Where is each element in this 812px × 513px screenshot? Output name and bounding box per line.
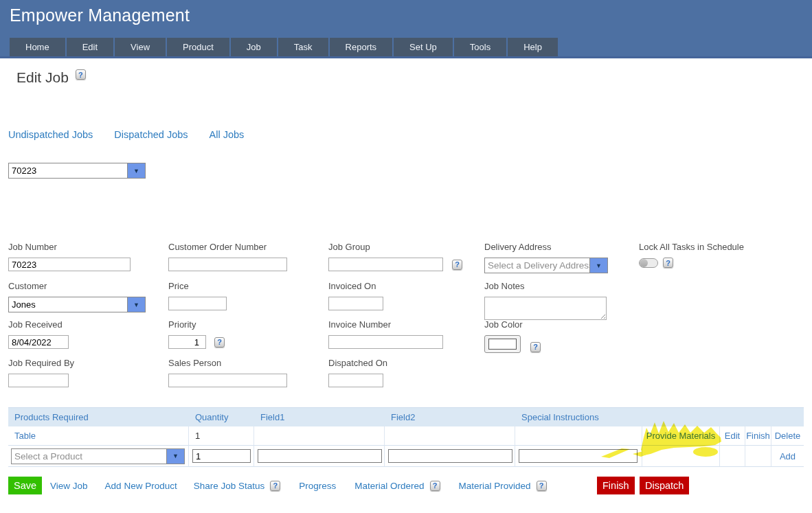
nav-item-help[interactable]: Help [508, 38, 558, 56]
job-received-field[interactable] [8, 335, 69, 349]
customer-label: Customer [8, 281, 146, 291]
new-product-row: Select a Product ▼ [8, 446, 804, 467]
job-tabs: Undispatched Jobs Dispatched Jobs All Jo… [8, 129, 244, 140]
nav-item-tools[interactable]: Tools [454, 38, 506, 56]
nav-item-edit[interactable]: Edit [67, 38, 113, 56]
help-icon[interactable]: ? [530, 342, 541, 352]
job-group-field[interactable] [328, 258, 443, 271]
finish-button[interactable]: Finish [597, 477, 635, 494]
material-provided-link[interactable]: Material Provided [459, 481, 531, 491]
help-icon[interactable]: ? [452, 260, 462, 270]
resize-grip-icon[interactable] [599, 312, 605, 319]
provide-materials-link[interactable]: Provide Materials [646, 431, 715, 441]
finish-link[interactable]: Finish [746, 431, 770, 441]
priority-label: Priority [168, 319, 225, 330]
material-ordered-link[interactable]: Material Ordered [354, 481, 424, 491]
delivery-address-placeholder: Select a Delivery Address [485, 258, 589, 273]
products-table-header: Products Required Quantity Field1 Field2… [8, 407, 804, 426]
customer-order-number-field[interactable] [168, 258, 287, 271]
lock-all-tasks-toggle[interactable] [639, 258, 658, 268]
nav-item-view[interactable]: View [115, 38, 166, 56]
new-quantity-field[interactable] [192, 449, 251, 463]
nav-item-product[interactable]: Product [167, 38, 229, 56]
nav-item-setup[interactable]: Set Up [394, 38, 453, 56]
column-header-products-required: Products Required [8, 408, 189, 426]
column-header-special-instructions: Special Instructions [515, 408, 642, 426]
new-field1-field[interactable] [258, 449, 382, 463]
job-notes-field[interactable] [484, 297, 607, 320]
tab-undispatched-jobs[interactable]: Undispatched Jobs [8, 129, 93, 140]
nav-item-reports[interactable]: Reports [330, 38, 393, 56]
view-job-link[interactable]: View Job [50, 481, 88, 491]
job-color-label: Job Color [484, 319, 541, 330]
help-icon[interactable]: ? [663, 258, 673, 268]
delete-link[interactable]: Delete [775, 431, 801, 441]
column-header-quantity: Quantity [189, 408, 254, 426]
job-select-value: 70223 [9, 163, 127, 178]
dispatch-button[interactable]: Dispatch [640, 477, 689, 494]
sales-person-field[interactable] [168, 374, 287, 387]
tab-all-jobs[interactable]: All Jobs [210, 129, 245, 140]
job-required-by-field[interactable] [8, 374, 69, 387]
edit-job-page: Empower Management Home Edit View Produc… [0, 0, 812, 513]
sales-person-label: Sales Person [168, 358, 287, 368]
chevron-down-icon[interactable]: ▼ [166, 449, 184, 464]
products-table: Products Required Quantity Field1 Field2… [8, 407, 804, 467]
chevron-down-icon[interactable]: ▼ [589, 258, 607, 273]
job-group-label: Job Group [328, 242, 462, 252]
nav-item-task[interactable]: Task [278, 38, 328, 56]
save-button[interactable]: Save [8, 477, 42, 494]
delivery-address-label: Delivery Address [484, 242, 608, 252]
add-link[interactable]: Add [780, 451, 796, 461]
job-received-label: Job Received [8, 319, 69, 330]
invoice-number-label: Invoice Number [328, 319, 443, 330]
priority-field[interactable] [168, 335, 206, 349]
field2-value [385, 426, 515, 446]
price-field[interactable] [168, 297, 227, 310]
add-new-product-link[interactable]: Add New Product [105, 481, 177, 491]
job-select[interactable]: 70223 ▼ [8, 163, 146, 179]
product-select-placeholder: Select a Product [12, 449, 166, 464]
job-color-picker[interactable] [484, 335, 521, 353]
lock-all-tasks-label: Lock All Tasks in Schedule [639, 242, 744, 252]
provide-materials-cell: Provide Materials [642, 426, 720, 446]
help-icon[interactable]: ? [537, 481, 547, 491]
dispatched-on-field[interactable] [328, 374, 383, 387]
column-header-edit [720, 408, 745, 426]
column-header-field2: Field2 [385, 408, 515, 426]
invoiced-on-field[interactable] [328, 297, 383, 310]
special-instructions-value [515, 426, 642, 446]
dispatched-on-label: Dispatched On [328, 358, 387, 368]
new-special-instructions-field[interactable] [519, 449, 638, 463]
product-select[interactable]: Select a Product ▼ [11, 448, 185, 464]
chevron-down-icon[interactable]: ▼ [127, 163, 145, 178]
new-field2-field[interactable] [388, 449, 512, 463]
field1-value [254, 426, 385, 446]
table-row: Table 1 Provide Materials Edit Finish D [8, 426, 804, 446]
job-required-by-label: Job Required By [8, 358, 74, 368]
edit-link[interactable]: Edit [725, 431, 740, 441]
tab-dispatched-jobs[interactable]: Dispatched Jobs [114, 129, 188, 140]
column-header-finish [745, 408, 771, 426]
help-icon[interactable]: ? [430, 481, 440, 491]
share-job-status-link[interactable]: Share Job Status [194, 481, 265, 491]
help-icon[interactable]: ? [270, 481, 280, 491]
help-icon[interactable]: ? [214, 337, 225, 347]
help-icon[interactable]: ? [76, 69, 86, 80]
toggle-knob [640, 259, 648, 267]
chevron-down-icon[interactable]: ▼ [127, 297, 145, 312]
price-label: Price [168, 281, 227, 291]
main-nav: Home Edit View Product Job Task Reports … [10, 38, 558, 56]
delivery-address-select[interactable]: Select a Delivery Address ▼ [484, 258, 608, 273]
job-notes-label: Job Notes [484, 281, 607, 291]
progress-link[interactable]: Progress [299, 481, 336, 491]
nav-item-job[interactable]: Job [231, 38, 277, 56]
job-number-field[interactable] [8, 258, 131, 271]
customer-select[interactable]: Jones ▼ [8, 297, 146, 312]
nav-item-home[interactable]: Home [10, 38, 65, 56]
invoiced-on-label: Invoiced On [328, 281, 383, 291]
product-link[interactable]: Table [14, 431, 36, 441]
customer-select-value: Jones [9, 297, 127, 312]
column-header-delete [771, 408, 804, 426]
invoice-number-field[interactable] [328, 335, 443, 349]
